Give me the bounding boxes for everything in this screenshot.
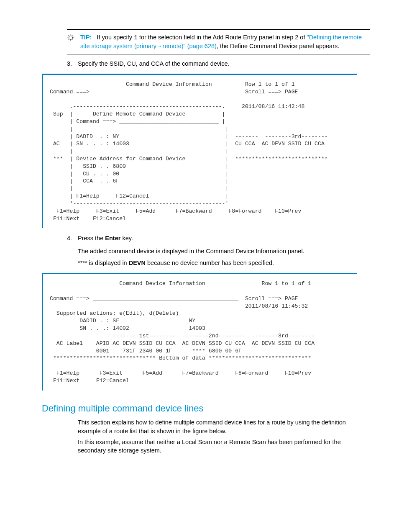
terminal-screen-2: Command Device Information Row 1 to 1 of…: [42, 273, 357, 390]
step-4-line1: Press the Enter key.: [78, 234, 370, 242]
section-p2: In this example, assume that neither a L…: [78, 438, 370, 455]
section-p1: This section explains how to define mult…: [78, 418, 370, 435]
s4-l3c: because no device number has been specif…: [146, 260, 274, 266]
tip-label: TIP:: [80, 34, 92, 41]
tip-code: 1: [134, 34, 138, 41]
step-3: 3. Specify the SSID, CU, and CCA of the …: [67, 59, 370, 68]
step-3-text: Specify the SSID, CU, and CCA of the com…: [78, 59, 370, 68]
s4-l1c: key.: [120, 235, 133, 242]
terminal-screen-1: Command Device Information Row 1 to 1 of…: [42, 74, 357, 228]
svg-line-6: [73, 40, 73, 40]
section-heading: Defining multiple command device lines: [42, 402, 370, 415]
s4-l1b: Enter: [105, 235, 120, 242]
step-4: 4. Press the Enter key.: [67, 234, 370, 242]
tip-t2: for the selection field in the Add Route…: [138, 34, 307, 41]
tip-t1: If you specify: [97, 34, 134, 41]
tip-icon: [67, 34, 75, 44]
step-3-num: 3.: [67, 59, 78, 68]
s4-l3b: DEVN: [129, 260, 146, 266]
svg-line-5: [68, 35, 69, 36]
s4-l3a: **** is displayed in: [78, 260, 129, 266]
step-4-num: 4.: [67, 234, 78, 242]
svg-line-8: [73, 35, 73, 36]
step-4-line3: **** is displayed in DEVN because no dev…: [78, 259, 370, 267]
tip-t3: , the Define Command Device panel appear…: [217, 43, 339, 49]
svg-line-7: [68, 40, 69, 40]
s4-l1a: Press the: [78, 235, 105, 242]
tip-text: TIP: If you specify 1 for the selection …: [80, 33, 370, 51]
svg-point-0: [69, 36, 73, 40]
step-4-line2: The added command device is displayed in…: [78, 247, 370, 255]
tip-block: TIP: If you specify 1 for the selection …: [67, 29, 370, 54]
